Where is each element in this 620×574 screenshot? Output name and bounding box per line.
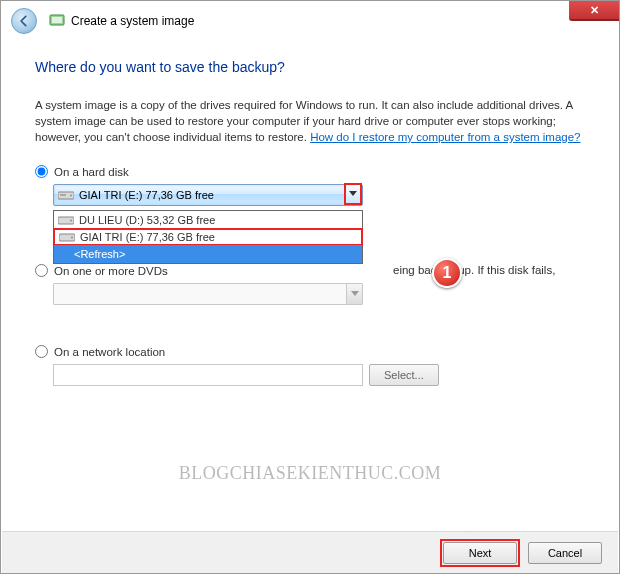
window-close-button[interactable]: ✕ (569, 1, 619, 21)
option-network[interactable]: On a network location (35, 345, 585, 358)
drive-combobox[interactable]: GIAI TRI (E:) 77,36 GB free (53, 184, 363, 206)
radio-network[interactable] (35, 345, 48, 358)
cancel-button[interactable]: Cancel (528, 542, 602, 564)
dropdown-refresh[interactable]: <Refresh> (54, 245, 362, 263)
window-title: Create a system image (71, 14, 194, 28)
dvd-combobox-arrow (346, 284, 362, 304)
footer-bar: Next Cancel (2, 531, 618, 573)
arrow-left-icon (17, 14, 31, 28)
hard-drive-icon (58, 189, 74, 201)
chevron-down-icon (351, 291, 359, 297)
warning-text-fragment: eing backed up. If this disk fails, (393, 264, 555, 276)
dropdown-item[interactable]: DU LIEU (D:) 53,32 GB free (54, 211, 362, 229)
svg-rect-4 (60, 194, 66, 196)
chevron-down-icon (349, 191, 357, 197)
window-header: Create a system image (1, 1, 619, 41)
svg-point-8 (71, 237, 73, 239)
svg-rect-1 (52, 17, 62, 23)
drive-dropdown: DU LIEU (D:) 53,32 GB free GIAI TRI (E:)… (53, 210, 363, 264)
annotation-callout-1: 1 (432, 258, 462, 288)
network-path-input (53, 364, 363, 386)
svg-point-3 (70, 195, 72, 197)
close-icon: ✕ (590, 4, 599, 17)
dropdown-item-label: DU LIEU (D:) 53,32 GB free (79, 214, 215, 226)
radio-dvd[interactable] (35, 264, 48, 277)
radio-network-label: On a network location (54, 346, 165, 358)
radio-hard-disk[interactable] (35, 165, 48, 178)
watermark: BLOGCHIASEKIENTHUC.COM (179, 463, 442, 484)
dropdown-refresh-label: <Refresh> (74, 248, 125, 260)
page-heading: Where do you want to save the backup? (35, 59, 585, 75)
description: A system image is a copy of the drives r… (35, 97, 585, 145)
system-image-icon (49, 13, 65, 29)
dropdown-item-label: GIAI TRI (E:) 77,36 GB free (80, 231, 215, 243)
svg-point-6 (70, 220, 72, 222)
next-button[interactable]: Next (443, 542, 517, 564)
hard-drive-icon (58, 214, 74, 226)
select-button: Select... (369, 364, 439, 386)
hard-drive-icon (59, 231, 75, 243)
next-button-highlight: Next (440, 539, 520, 567)
content-area: Where do you want to save the backup? A … (1, 41, 619, 386)
combobox-selected-label: GIAI TRI (E:) 77,36 GB free (79, 189, 214, 201)
back-button[interactable] (11, 8, 37, 34)
dropdown-item-selected[interactable]: GIAI TRI (E:) 77,36 GB free (53, 228, 363, 246)
radio-dvd-label: On one or more DVDs (54, 265, 168, 277)
combobox-arrow[interactable] (344, 183, 362, 205)
radio-hard-disk-label: On a hard disk (54, 166, 129, 178)
help-link[interactable]: How do I restore my computer from a syst… (310, 131, 580, 143)
option-hard-disk[interactable]: On a hard disk (35, 165, 585, 178)
dvd-combobox (53, 283, 363, 305)
